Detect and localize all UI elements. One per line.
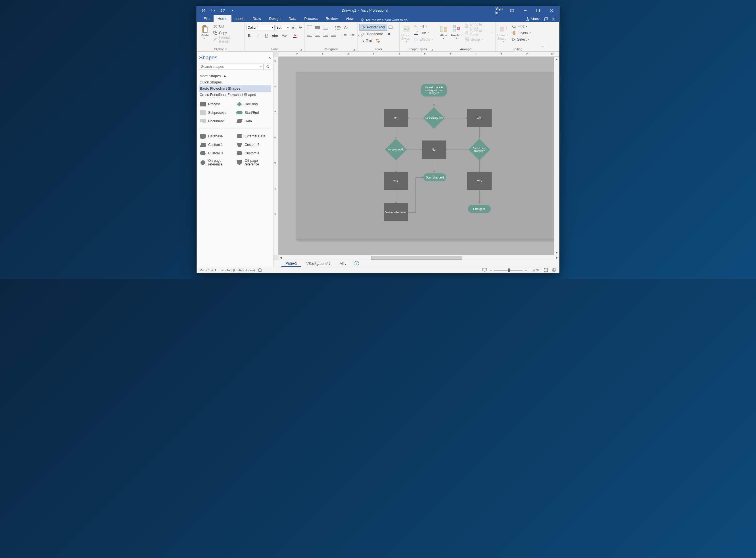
text-tool-button[interactable]: AText [359, 37, 374, 44]
align-center-button[interactable] [314, 32, 321, 39]
tab-home[interactable]: Home [214, 15, 231, 22]
scrollbar-thumb[interactable] [371, 256, 462, 260]
shape-custom2[interactable]: Custom 2 [236, 141, 271, 148]
connection-point-button[interactable]: ✕ [386, 31, 392, 37]
align-top-button[interactable] [307, 24, 313, 31]
redo-icon[interactable] [220, 7, 226, 14]
align-bottom-button[interactable] [322, 24, 328, 31]
tab-insert[interactable]: Insert [231, 15, 249, 22]
justify-button[interactable] [330, 32, 337, 39]
drawing-page[interactable]: Should I put this battery into the charg… [296, 72, 554, 239]
select-button[interactable]: Select ▾ [511, 36, 532, 43]
fit-to-window-icon[interactable] [544, 268, 548, 273]
node-yes1[interactable]: Yes. [467, 109, 492, 127]
group-button[interactable]: Group ▾ [464, 36, 494, 43]
line-button[interactable]: Line ▾ [413, 30, 434, 36]
shape-custom4[interactable]: Custom 4 [236, 150, 271, 157]
ink-tool-button[interactable] [375, 38, 381, 44]
stencil-basic-flowchart[interactable]: Basic Flowchart Shapes [199, 85, 271, 92]
status-language[interactable]: English (United States) [221, 269, 255, 272]
font-color-button[interactable]: A▾ [291, 32, 300, 39]
zoom-level[interactable]: 96% [529, 269, 539, 272]
add-page-button[interactable]: + [354, 261, 359, 266]
shape-document[interactable]: Document [199, 118, 235, 125]
macro-recording-icon[interactable] [258, 268, 262, 273]
shape-database[interactable]: Database [199, 133, 235, 140]
shape-data[interactable]: Data [236, 118, 271, 125]
rectangle-tool-button[interactable]: ▾ [388, 24, 394, 30]
fill-button[interactable]: Fill ▾ [413, 23, 434, 29]
node-yes3[interactable]: Yes [467, 172, 492, 190]
scroll-up-icon[interactable]: ▲ [554, 57, 559, 61]
align-button[interactable]: Align▾ [438, 23, 449, 40]
minimize-icon[interactable] [519, 6, 531, 15]
tab-view[interactable]: View [342, 15, 358, 22]
shape-custom3[interactable]: Custom 3 [199, 150, 235, 157]
tab-file[interactable]: File [200, 15, 214, 22]
align-middle-button[interactable] [314, 24, 321, 31]
layers-button[interactable]: Layers ▾ [511, 30, 532, 36]
node-yes2[interactable]: Yes. [384, 172, 408, 190]
quick-styles-button[interactable]: Abc Quick Styles▾ [401, 23, 412, 43]
italic-button[interactable]: I [255, 32, 261, 39]
copy-button[interactable]: Copy [212, 30, 243, 36]
comments-icon[interactable] [544, 17, 548, 21]
shape-start-end[interactable]: Start/End [236, 109, 271, 116]
effects-button[interactable]: Effects ▾ [413, 36, 434, 43]
shape-subprocess[interactable]: Subprocess [199, 109, 235, 116]
node-charge-it[interactable]: Charge it! [468, 205, 491, 213]
vertical-scrollbar[interactable]: ▲ ▼ [554, 57, 559, 255]
maximize-icon[interactable] [533, 6, 544, 15]
paste-button[interactable]: Paste▾ [198, 23, 211, 40]
ribbon-display-icon[interactable] [506, 6, 518, 15]
drawing-canvas[interactable]: Should I put this battery into the charg… [278, 57, 554, 255]
more-shapes-link[interactable]: More Shapes ▸ [199, 73, 271, 79]
presentation-mode-icon[interactable] [482, 268, 487, 273]
underline-button[interactable]: U [263, 32, 269, 39]
zoom-slider[interactable] [494, 270, 522, 271]
shrink-font-button[interactable]: A▾ [297, 24, 303, 31]
align-right-button[interactable] [322, 32, 328, 39]
search-shapes-input[interactable]: Search shapes▾ [199, 64, 264, 70]
shape-custom1[interactable]: Custom 1 [199, 141, 235, 148]
zoom-out-button[interactable]: − [490, 269, 492, 272]
align-left-button[interactable] [307, 32, 313, 39]
pointer-tool-button[interactable]: Pointer Tool [359, 24, 387, 31]
close-icon[interactable] [545, 6, 557, 15]
node-no2[interactable]: No. [422, 141, 446, 159]
page-tab-background[interactable]: VBackground-1 [302, 261, 335, 267]
strikethrough-button[interactable]: abc [272, 32, 278, 39]
format-painter-button[interactable]: Format Painter [212, 36, 243, 43]
change-case-button[interactable]: Aa▾ [280, 32, 289, 39]
node-dont-charge[interactable]: Don't charge it [423, 173, 446, 181]
grow-font-button[interactable]: A▴ [291, 24, 297, 31]
collapse-ribbon-button[interactable]: ⌃ [539, 22, 546, 51]
node-no1[interactable]: No. [384, 109, 408, 127]
zoom-in-button[interactable]: + [525, 269, 527, 272]
close-document-icon[interactable] [552, 17, 555, 21]
sign-in-link[interactable]: Sign in [493, 6, 505, 15]
font-size-dropdown[interactable]: 8pt.▾ [275, 25, 290, 30]
font-dialog-launcher-icon[interactable]: ◢ [300, 48, 302, 51]
tab-process[interactable]: Process [300, 15, 321, 22]
tab-draw[interactable]: Draw [248, 15, 265, 22]
decrease-indent-button[interactable] [341, 32, 347, 39]
qat-customize-icon[interactable]: ▾ [229, 7, 236, 14]
increase-indent-button[interactable] [349, 32, 355, 39]
bring-to-front-button[interactable]: Bring to Front ▾ [464, 23, 494, 29]
scroll-down-icon[interactable]: ▼ [554, 250, 559, 255]
position-button[interactable]: Position▾ [451, 23, 463, 40]
share-button[interactable]: Share [526, 17, 540, 21]
node-start[interactable]: Should I put this battery into the charg… [421, 84, 447, 97]
shape-process[interactable]: Process [199, 101, 235, 107]
paragraph-dialog-launcher-icon[interactable]: ◢ [353, 48, 355, 51]
send-to-back-button[interactable]: Send to Back ▾ [464, 30, 494, 36]
node-decision-rechargable[interactable]: Is it rechargable? [424, 110, 444, 126]
stencil-quick-shapes[interactable]: Quick Shapes [199, 79, 271, 85]
bold-button[interactable]: B [246, 32, 252, 39]
node-decide[interactable]: Decide to be better. [384, 203, 408, 221]
page-tab-1[interactable]: Page-1 [282, 260, 301, 267]
page-tab-all[interactable]: All ▴ [336, 261, 349, 267]
scroll-left-icon[interactable]: ◀ [278, 255, 283, 260]
scroll-right-icon[interactable]: ▶ [555, 255, 559, 260]
